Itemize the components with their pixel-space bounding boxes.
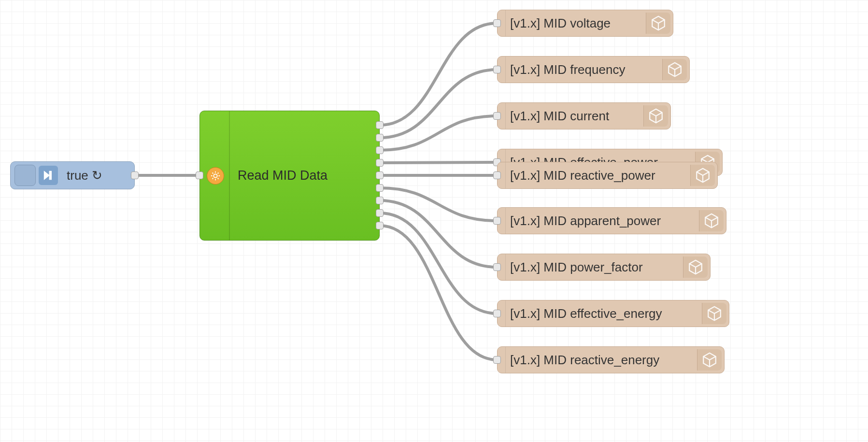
output-node-effective_energy[interactable]: [v1.x] MID effective_energy (497, 300, 729, 327)
output-node-current[interactable]: [v1.x] MID current (497, 102, 671, 129)
output-label: [v1.x] MID power_factor (510, 260, 643, 275)
output-in-port-current[interactable] (493, 112, 501, 120)
inject-arrow-icon (39, 166, 58, 185)
function-out-port-3[interactable] (376, 159, 384, 167)
output-in-port-frequency[interactable] (493, 66, 501, 73)
output-label: [v1.x] MID frequency (510, 62, 625, 77)
output-in-port-reactive_energy[interactable] (493, 356, 501, 364)
output-label: [v1.x] MID reactive_power (510, 168, 655, 183)
function-out-port-2[interactable] (376, 146, 384, 154)
output-in-port-apparent_power[interactable] (493, 217, 501, 225)
output-node-reactive_energy[interactable]: [v1.x] MID reactive_energy (497, 346, 725, 373)
function-out-port-4[interactable] (376, 171, 384, 179)
flow-canvas[interactable]: true ↻ Read MID Data [v1.x] MID voltage[… (0, 0, 868, 442)
iobroker-icon (646, 13, 670, 34)
output-node-power_factor[interactable]: [v1.x] MID power_factor (497, 254, 711, 281)
function-out-port-7[interactable] (376, 209, 384, 217)
iobroker-icon (643, 105, 668, 127)
function-out-port-8[interactable] (376, 222, 384, 229)
output-node-reactive_power[interactable]: [v1.x] MID reactive_power (497, 162, 718, 189)
wires-layer (0, 0, 868, 442)
output-label: [v1.x] MID effective_energy (510, 306, 662, 321)
function-out-port-6[interactable] (376, 197, 384, 204)
function-in-port[interactable] (196, 171, 203, 179)
output-label: [v1.x] MID reactive_energy (510, 353, 659, 368)
output-in-port-power_factor[interactable] (493, 263, 501, 271)
iobroker-icon (690, 165, 715, 186)
inject-node[interactable]: true ↻ (10, 161, 135, 189)
output-in-port-effective_energy[interactable] (493, 310, 501, 317)
iobroker-icon (662, 59, 687, 80)
function-node[interactable]: Read MID Data (199, 111, 380, 241)
output-label: [v1.x] MID apparent_power (510, 214, 661, 228)
output-node-frequency[interactable]: [v1.x] MID frequency (497, 56, 690, 83)
output-in-port-voltage[interactable] (493, 19, 501, 27)
iobroker-icon (697, 349, 722, 371)
gear-icon (207, 167, 224, 185)
function-out-port-0[interactable] (376, 121, 384, 129)
iobroker-icon (702, 303, 726, 324)
output-label: [v1.x] MID current (510, 109, 609, 124)
iobroker-icon (683, 257, 708, 278)
function-out-port-5[interactable] (376, 184, 384, 192)
function-out-port-1[interactable] (376, 134, 384, 142)
output-label: [v1.x] MID voltage (510, 16, 611, 31)
output-in-port-reactive_power[interactable] (493, 171, 501, 179)
svg-point-0 (213, 174, 217, 177)
iobroker-icon (699, 210, 724, 231)
inject-trigger-button[interactable] (14, 165, 36, 186)
function-label: Read MID Data (238, 168, 327, 183)
inject-label: true ↻ (67, 168, 102, 183)
inject-out-port[interactable] (131, 171, 139, 179)
output-node-voltage[interactable]: [v1.x] MID voltage (497, 10, 673, 37)
output-node-apparent_power[interactable]: [v1.x] MID apparent_power (497, 207, 726, 234)
